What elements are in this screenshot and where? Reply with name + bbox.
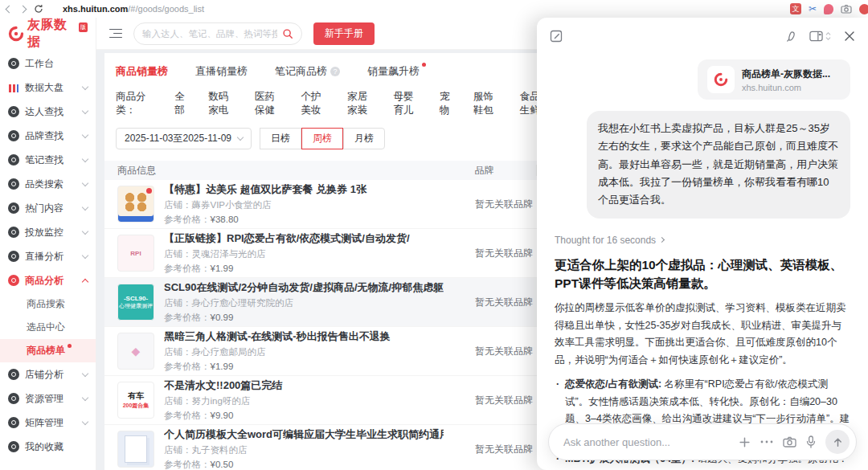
- question-input[interactable]: [563, 436, 729, 448]
- sidebar-layout-toggle-icon[interactable]: [809, 31, 831, 42]
- app-logo[interactable]: 灰豚数据 版: [0, 18, 96, 50]
- category-item[interactable]: 家居家装: [347, 90, 373, 117]
- scissors-extension-icon[interactable]: ✂: [809, 3, 817, 14]
- more-options-icon[interactable]: [760, 440, 773, 443]
- pin-extension-icon[interactable]: [824, 4, 833, 14]
- sidebar-item[interactable]: 商品搜索: [0, 292, 96, 316]
- sidebar-item[interactable]: 直播分析: [0, 244, 96, 268]
- ranking-tab[interactable]: 笔记商品榜 ?: [275, 64, 340, 79]
- thought-label: Thought for 16 seconds: [555, 235, 656, 246]
- category-item[interactable]: 数码家电: [208, 90, 234, 117]
- new-chat-compose-icon[interactable]: [550, 30, 563, 43]
- send-button[interactable]: [825, 430, 850, 454]
- date-range-select[interactable]: 2025-11-03至2025-11-09: [116, 128, 252, 149]
- product-row[interactable]: RPI 【正版链接】RPI恋爱占有欲/依恋模式测试/自动发货/ 店铺：灵魂沼泽与…: [104, 229, 556, 278]
- url-domain: xhs.huitun.com: [63, 4, 128, 14]
- product-shop: 店铺：努力ing呀的店: [164, 395, 444, 407]
- sidebar-item-label: 品牌查找: [25, 129, 63, 143]
- product-title: SCL90在线测试/2分钟自动发货/虚拟商品/无物流/抑郁焦虑躯体化: [164, 280, 444, 295]
- back-icon[interactable]: [6, 5, 14, 13]
- product-row[interactable]: 个人简历模板大全word可编辑应届大学生毕业生求职简约通用高端 店铺：丸子资料的…: [104, 425, 556, 470]
- chevron-icon: [82, 179, 88, 186]
- category-item[interactable]: 个护美妆: [301, 90, 326, 117]
- category-item[interactable]: 宠物: [440, 90, 452, 117]
- product-price: 参考价格：¥9.90: [164, 410, 444, 422]
- global-search: [133, 22, 302, 45]
- sidebar-item-label: 品类搜索: [25, 178, 63, 191]
- product-row[interactable]: 有车 200篇合集 不是清水文!!200篇已完结 店铺：努力ing呀的店 参考价…: [104, 376, 556, 425]
- chevron-icon: [82, 107, 88, 113]
- sidebar-item[interactable]: 投放监控: [0, 220, 96, 244]
- sidebar-item[interactable]: 品牌查找: [0, 124, 96, 148]
- sidebar-item-label: 商品榜单: [27, 344, 65, 358]
- translate-extension-icon[interactable]: 文: [790, 3, 801, 14]
- screenshot-camera-icon[interactable]: [783, 436, 796, 448]
- search-input[interactable]: [142, 29, 277, 39]
- menu-item-icon: [8, 227, 19, 238]
- menu-item-icon: [8, 58, 19, 69]
- sidebar-item[interactable]: 工作台: [0, 51, 96, 76]
- ranking-tab[interactable]: 商品销量榜 ?: [116, 64, 168, 79]
- product-row[interactable]: 【特惠】达美乐 超值双比萨套餐 兑换券 1张 店铺：薅券VIP小食堂的店 参考价…: [104, 180, 556, 229]
- product-shop: 店铺：灵魂沼泽与光的店: [164, 248, 444, 260]
- reload-icon[interactable]: [34, 4, 43, 14]
- sidebar-item[interactable]: 商品榜单: [0, 339, 96, 362]
- chat-input-bar: [548, 423, 857, 460]
- link-card-title: 商品榜单-灰豚数据...: [742, 67, 830, 81]
- sidebar-item[interactable]: 品类搜索: [0, 172, 96, 196]
- sidebar-item[interactable]: 资源管理: [0, 386, 96, 411]
- chat-header: [537, 18, 868, 55]
- address-bar[interactable]: xhs.huitun.com /#/goods/goods_list: [63, 4, 204, 14]
- page-link-card[interactable]: 商品榜单-灰豚数据... xhs.huitun.com: [698, 59, 850, 100]
- category-item[interactable]: 母婴育儿: [393, 90, 419, 117]
- search-icon[interactable]: [282, 28, 293, 39]
- logo-seal-badge: 版: [79, 22, 88, 32]
- period-tab[interactable]: 月榜: [343, 128, 385, 149]
- camera-extension-icon[interactable]: [841, 4, 852, 14]
- edge-extension-icon[interactable]: [859, 4, 868, 14]
- sidebar-item[interactable]: 热门内容: [0, 196, 96, 220]
- handbook-button[interactable]: 新手手册: [313, 22, 375, 45]
- assistant-heading: 更适合你上架的10个虚拟品：心理测试、英语模板、PPT课件等低决策高销量款。: [555, 255, 850, 293]
- attach-plus-icon[interactable]: [739, 436, 751, 448]
- sidebar-item[interactable]: 数据大盘: [0, 76, 96, 100]
- chevron-icon: [82, 155, 88, 161]
- sidebar-item[interactable]: 达人查找: [0, 100, 96, 124]
- sidebar-item-label: 商品搜索: [27, 297, 65, 311]
- product-title: 个人简历模板大全word可编辑应届大学生毕业生求职简约通用高端: [164, 427, 444, 442]
- close-panel-icon[interactable]: [844, 31, 855, 42]
- category-filter-row: 商品分类： 全部 数码家电 医药保健 个护美妆 家居家装 母婴育儿: [116, 90, 545, 117]
- pen-icon[interactable]: [784, 31, 796, 43]
- ranking-tab[interactable]: 销量飙升榜 ?: [367, 64, 420, 79]
- chevron-icon: [82, 418, 88, 424]
- chevron-down-icon: [237, 134, 244, 141]
- sidebar-item-label: 商品分析: [25, 274, 63, 288]
- mic-icon[interactable]: [806, 435, 816, 448]
- sidebar-item[interactable]: 选品中心: [0, 316, 96, 339]
- sidebar-item[interactable]: 店铺分析: [0, 362, 96, 386]
- sidebar-item[interactable]: 矩阵管理: [0, 411, 96, 435]
- sidebar-item[interactable]: 商品分析: [0, 268, 96, 292]
- product-row[interactable]: 黑暗三角人格测试-在线测试-秒出报告售出不退换 店铺：身心疗愈邮局的店 参考价格…: [104, 327, 556, 376]
- category-item[interactable]: 服饰鞋包: [473, 90, 499, 117]
- category-item[interactable]: 医药保健: [255, 90, 280, 117]
- product-row[interactable]: -SCL90- 心理健康测评 SCL90在线测试/2分钟自动发货/虚拟商品/无物…: [104, 278, 556, 327]
- sidebar-item[interactable]: 我的收藏: [0, 435, 96, 459]
- thought-toggle[interactable]: Thought for 16 seconds: [555, 235, 850, 246]
- resize-chevrons-icon: [825, 31, 831, 41]
- period-tab[interactable]: 日榜: [260, 128, 301, 149]
- ranking-tab[interactable]: 直播销量榜 ?: [195, 64, 248, 79]
- sidebar-item[interactable]: 笔记查找: [0, 148, 96, 172]
- arrow-up-icon: [833, 437, 843, 448]
- forward-icon[interactable]: [19, 5, 27, 13]
- category-item[interactable]: 全部: [174, 90, 187, 117]
- product-price: 参考价格：¥38.80: [164, 214, 444, 226]
- menu-item-icon: [8, 275, 19, 286]
- period-tab[interactable]: 周榜: [301, 128, 343, 149]
- product-price: 参考价格：¥0.50: [164, 459, 444, 470]
- tab-label: 商品销量榜: [116, 64, 168, 79]
- sidebar-item-label: 热门内容: [25, 202, 63, 215]
- category-label: 商品分类：: [116, 90, 154, 117]
- menu-item-icon: [8, 154, 19, 166]
- collapse-sidebar-icon[interactable]: [109, 29, 122, 39]
